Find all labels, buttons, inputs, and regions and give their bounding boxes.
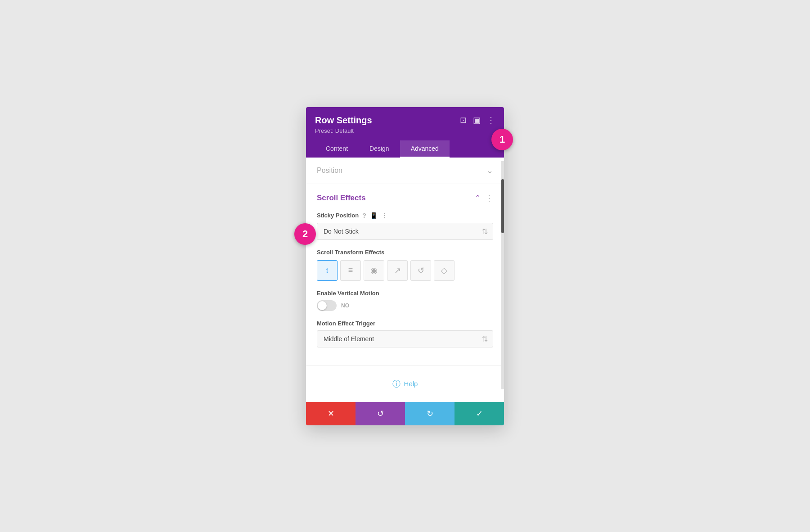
motion-trigger-field: Motion Effect Trigger Middle of Element … — [317, 320, 493, 347]
rotate-btn[interactable]: ↺ — [410, 260, 431, 281]
horizontal-motion-btn[interactable]: ≡ — [340, 260, 361, 281]
badge-1: 1 — [491, 129, 513, 150]
tab-advanced[interactable]: Advanced — [400, 140, 450, 158]
help-label: Help — [404, 380, 418, 388]
sticky-position-label: Sticky Position ? 📱 ⋮ — [317, 212, 493, 219]
position-section[interactable]: Position ⌄ — [306, 158, 504, 184]
cancel-icon: ✕ — [328, 409, 334, 419]
mobile-icon[interactable]: 📱 — [370, 212, 378, 219]
badge-1-label: 1 — [500, 134, 505, 145]
badge-2: 2 — [294, 223, 316, 245]
vertical-motion-toggle[interactable] — [317, 300, 337, 311]
blur-btn[interactable]: ◇ — [434, 260, 454, 281]
scrollbar-track — [501, 161, 504, 389]
sticky-position-select-wrapper: Do Not Stick Stick to Top Stick to Botto… — [317, 223, 493, 240]
scroll-effects-title: Scroll Effects — [317, 194, 366, 203]
vertical-motion-label: Enable Vertical Motion — [317, 290, 493, 297]
sticky-position-field: Sticky Position ? 📱 ⋮ Do Not Stick Stick… — [317, 212, 493, 240]
panel-body: Position ⌄ Scroll Effects ⌃ ⋮ — [306, 158, 504, 402]
section-controls: ⌃ ⋮ — [475, 193, 493, 203]
badge-2-label: 2 — [302, 228, 308, 240]
skew-btn[interactable]: ↗ — [387, 260, 408, 281]
panel-header: Row Settings ⊡ ▣ ⋮ Preset: Default Conte… — [306, 107, 504, 158]
scrollbar-thumb[interactable] — [501, 179, 504, 233]
redo-icon: ↻ — [427, 409, 433, 419]
scroll-effects-header: Scroll Effects ⌃ ⋮ — [317, 193, 493, 203]
scroll-effects-section: Scroll Effects ⌃ ⋮ Sticky Position ? 📱 ⋮ — [306, 184, 504, 366]
more-icon[interactable]: ⋮ — [487, 115, 495, 125]
panel: Row Settings ⊡ ▣ ⋮ Preset: Default Conte… — [306, 107, 504, 425]
help-circle-icon: ⓘ — [392, 379, 400, 389]
toggle-state-label: NO — [341, 302, 349, 309]
header-top: Row Settings ⊡ ▣ ⋮ — [315, 115, 495, 126]
scroll-transform-field: Scroll Transform Effects ↕ ≡ ◉ ↗ ↺ ◇ — [317, 249, 493, 281]
panel-footer: ✕ ↺ ↻ ✓ — [306, 402, 504, 425]
motion-trigger-select-wrapper: Middle of Element Top of Element Bottom … — [317, 330, 493, 347]
sticky-position-select[interactable]: Do Not Stick Stick to Top Stick to Botto… — [317, 223, 493, 240]
undo-icon: ↺ — [377, 409, 384, 419]
vertical-motion-field: Enable Vertical Motion NO — [317, 290, 493, 311]
motion-trigger-label: Motion Effect Trigger — [317, 320, 493, 327]
chevron-up-icon[interactable]: ⌃ — [475, 194, 481, 202]
cancel-button[interactable]: ✕ — [306, 402, 356, 425]
tab-content[interactable]: Content — [315, 140, 359, 158]
panel-title: Row Settings — [315, 115, 372, 126]
fade-btn[interactable]: ◉ — [364, 260, 384, 281]
focus-icon[interactable]: ⊡ — [460, 115, 467, 125]
section-more-icon[interactable]: ⋮ — [485, 193, 493, 203]
save-icon: ✓ — [476, 409, 483, 419]
tab-design[interactable]: Design — [359, 140, 400, 158]
screen: 1 2 Row Settings ⊡ ▣ ⋮ Preset: Default — [0, 0, 810, 532]
header-icons: ⊡ ▣ ⋮ — [460, 115, 495, 125]
preset-label: Preset: Default — [315, 127, 495, 134]
vertical-motion-btn[interactable]: ↕ — [317, 260, 338, 281]
toggle-row: NO — [317, 300, 493, 311]
motion-trigger-select[interactable]: Middle of Element Top of Element Bottom … — [317, 330, 493, 347]
transform-icons-row: ↕ ≡ ◉ ↗ ↺ ◇ — [317, 260, 493, 281]
scroll-transform-label: Scroll Transform Effects — [317, 249, 493, 256]
redo-button[interactable]: ↻ — [405, 402, 454, 425]
save-button[interactable]: ✓ — [454, 402, 504, 425]
help-section[interactable]: ⓘ Help — [306, 366, 504, 402]
panel-tabs: Content Design Advanced — [315, 140, 495, 158]
panel-wrapper: 1 2 Row Settings ⊡ ▣ ⋮ Preset: Default — [306, 107, 504, 425]
undo-button[interactable]: ↺ — [356, 402, 405, 425]
help-question-icon[interactable]: ? — [362, 212, 366, 219]
layout-icon[interactable]: ▣ — [473, 115, 481, 125]
position-title: Position — [317, 167, 342, 175]
toggle-knob — [318, 301, 327, 310]
chevron-down-icon: ⌄ — [486, 166, 493, 176]
sticky-more-icon[interactable]: ⋮ — [381, 212, 387, 219]
